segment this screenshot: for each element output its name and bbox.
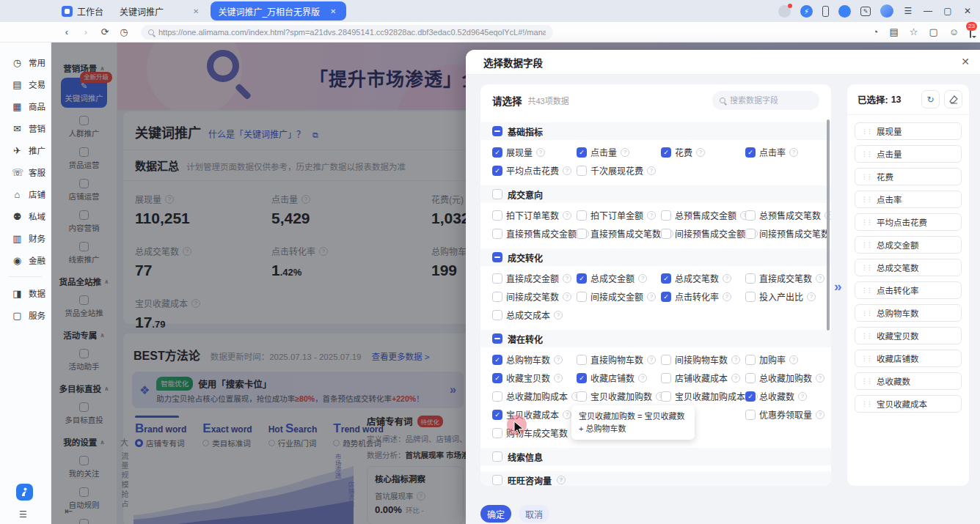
field-item-花费[interactable]: ✓花费? <box>661 143 705 161</box>
field-item-宝贝收藏成本[interactable]: ✓宝贝收藏成本? <box>492 405 571 424</box>
field-group-header-成交意向[interactable]: 成交意向 <box>480 185 831 203</box>
reload-icon[interactable]: ⟳ <box>95 26 114 37</box>
rail-item-交易[interactable]: ▤交易 <box>0 73 51 95</box>
field-item-间接预售成交金额[interactable]: 间接预售成交金额? <box>661 224 758 243</box>
field-item-点击量[interactable]: ✓点击量? <box>577 143 629 161</box>
drag-handle-icon[interactable]: ⋮⋮ <box>861 128 871 135</box>
rail-item-金融[interactable]: ◉金融 <box>0 249 51 271</box>
selected-field-点击转化率[interactable]: ⋮⋮点击转化率 <box>855 281 962 299</box>
rail-item-财务[interactable]: ▥财务 <box>0 227 51 249</box>
field-item-加购率[interactable]: 加购率? <box>745 350 798 369</box>
selected-field-点击量[interactable]: ⋮⋮点击量 <box>855 145 962 163</box>
search-input[interactable] <box>730 96 807 105</box>
checkbox[interactable]: ✓ <box>492 410 502 420</box>
selected-field-展现量[interactable]: ⋮⋮展现量 <box>855 122 962 140</box>
field-item-店铺收藏成本[interactable]: 店铺收藏成本? <box>661 369 740 387</box>
confirm-button[interactable]: 确定 <box>480 505 511 523</box>
checkbox[interactable] <box>745 292 756 302</box>
checkbox[interactable] <box>661 229 671 239</box>
checkbox[interactable] <box>577 355 587 365</box>
field-item-收藏宝贝数[interactable]: ✓收藏宝贝数? <box>492 369 563 387</box>
drag-handle-icon[interactable]: ⋮⋮ <box>861 355 871 362</box>
selected-field-平均点击花费[interactable]: ⋮⋮平均点击花费 <box>855 213 962 231</box>
checkbox[interactable] <box>745 273 756 284</box>
browser-menu-icon[interactable]: ☰ <box>903 6 913 16</box>
selected-field-总成交笔数[interactable]: ⋮⋮总成交笔数 <box>855 259 962 276</box>
checkbox[interactable] <box>661 373 671 383</box>
field-item-收藏店铺数[interactable]: ✓收藏店铺数? <box>577 369 647 387</box>
selected-field-总购物车数[interactable]: ⋮⋮总购物车数 <box>855 304 962 322</box>
field-item-千次展现花费[interactable]: 千次展现花费? <box>577 161 656 180</box>
rail-item-营销[interactable]: ✉营销 <box>0 117 51 139</box>
checkbox[interactable]: ✓ <box>492 355 502 365</box>
history-icon[interactable]: ◷ <box>114 26 134 37</box>
rail-item-客服[interactable]: ☏客服 <box>0 161 51 183</box>
tab-close-icon[interactable]: ✕ <box>327 7 339 15</box>
field-group-header-成交转化[interactable]: 成交转化 <box>480 248 831 266</box>
field-item-总预售成交笔数[interactable]: 总预售成交笔数? <box>745 206 831 224</box>
cancel-button[interactable]: 取消 <box>519 505 549 523</box>
smiley-icon[interactable]: ☺ <box>949 26 959 37</box>
checkbox[interactable]: ✓ <box>661 273 671 284</box>
speed-icon[interactable]: ◔ <box>873 26 879 37</box>
field-search-box[interactable] <box>712 91 819 110</box>
group-checkbox[interactable] <box>492 252 502 262</box>
checkbox[interactable]: ✓ <box>492 166 502 176</box>
field-item-直接预售成交金额[interactable]: 直接预售成交金额? <box>492 224 589 243</box>
field-item-直接购物车数[interactable]: 直接购物车数? <box>577 350 656 369</box>
note-icon[interactable]: ✎ <box>860 7 871 16</box>
checkbox[interactable] <box>492 273 502 284</box>
tab-keyword-promo[interactable]: 关键词推广 ✕ <box>120 5 202 18</box>
rail-item-服务[interactable]: ▢服务 <box>0 304 51 326</box>
field-item-直接成交金额[interactable]: 直接成交金额? <box>492 269 571 287</box>
field-item-总收藏数[interactable]: ✓总收藏数? <box>745 387 807 405</box>
group-checkbox[interactable] <box>492 475 502 485</box>
field-item-总预售成交金额[interactable]: 总预售成交金额? <box>661 206 749 224</box>
field-item-购物车成交笔数[interactable]: 购物车成交笔数? <box>492 424 580 442</box>
drag-handle-icon[interactable]: ⋮⋮ <box>861 196 871 203</box>
back-icon[interactable]: ‹ <box>57 26 76 37</box>
drag-handle-icon[interactable]: ⋮⋮ <box>861 309 871 317</box>
field-item-总购物车数[interactable]: ✓总购物车数? <box>492 350 563 369</box>
drag-handle-icon[interactable]: ⋮⋮ <box>861 218 871 226</box>
field-item-拍下订单笔数[interactable]: 拍下订单笔数? <box>492 206 571 224</box>
field-item-间接成交笔数[interactable]: 间接成交笔数? <box>492 287 571 306</box>
app-logo[interactable] <box>16 484 33 501</box>
checkbox[interactable]: ✓ <box>577 273 587 284</box>
field-item-总成交笔数[interactable]: ✓总成交笔数? <box>661 269 731 287</box>
selected-field-宝贝收藏成本[interactable]: ⋮⋮宝贝收藏成本 <box>855 395 962 413</box>
tab-workbench[interactable]: 工作台 <box>62 5 103 18</box>
field-group-header-线索信息[interactable]: 线索信息 <box>480 448 831 465</box>
checkbox[interactable] <box>577 292 587 302</box>
checkbox[interactable] <box>745 210 756 221</box>
tab-active-keyword-promo[interactable]: 关键词推广_万相台无界版 ✕ <box>211 1 346 21</box>
checkbox[interactable] <box>492 428 502 438</box>
drag-handle-icon[interactable]: ⋮⋮ <box>861 150 871 158</box>
collapse-panel-icon[interactable]: » <box>834 278 842 295</box>
group-checkbox[interactable] <box>492 189 502 199</box>
drag-handle-icon[interactable]: ⋮⋮ <box>861 377 871 385</box>
user-avatar[interactable] <box>880 4 893 18</box>
selected-field-收藏店铺数[interactable]: ⋮⋮收藏店铺数 <box>855 350 962 367</box>
checkbox[interactable] <box>661 210 671 221</box>
field-item-拍下订单金额[interactable]: 拍下订单金额? <box>577 206 656 224</box>
selected-field-总成交金额[interactable]: ⋮⋮总成交金额 <box>855 236 962 254</box>
rail-item-商品[interactable]: ▦商品 <box>0 95 51 117</box>
selected-field-总收藏数[interactable]: ⋮⋮总收藏数 <box>855 372 962 390</box>
window-minimize-icon[interactable]: — <box>923 6 933 16</box>
rail-item-私域[interactable]: ⚉私域 <box>0 205 51 227</box>
drag-handle-icon[interactable]: ⋮⋮ <box>861 332 871 339</box>
checkbox[interactable]: ✓ <box>577 147 587 158</box>
checkbox[interactable]: ✓ <box>492 373 502 383</box>
field-group-header-旺旺咨询量[interactable]: 旺旺咨询量? <box>480 471 831 486</box>
tabs-copy-icon[interactable]: ▤ <box>889 26 898 37</box>
window-maximize-icon[interactable]: ▢ <box>943 6 953 16</box>
checkbox[interactable] <box>492 391 502 402</box>
field-item-优惠券领取量[interactable]: 优惠券领取量? <box>745 405 824 424</box>
extension-icon[interactable] <box>778 5 791 18</box>
page-icon[interactable]: ▢ <box>929 26 937 37</box>
field-item-宝贝收藏加购成本[interactable]: 宝贝收藏加购成本? <box>661 387 758 405</box>
field-item-总成交成本[interactable]: 总成交成本? <box>492 306 563 324</box>
rail-item-数据[interactable]: ◨数据 <box>0 282 51 304</box>
reset-selection-button[interactable]: ↻ <box>921 90 940 108</box>
